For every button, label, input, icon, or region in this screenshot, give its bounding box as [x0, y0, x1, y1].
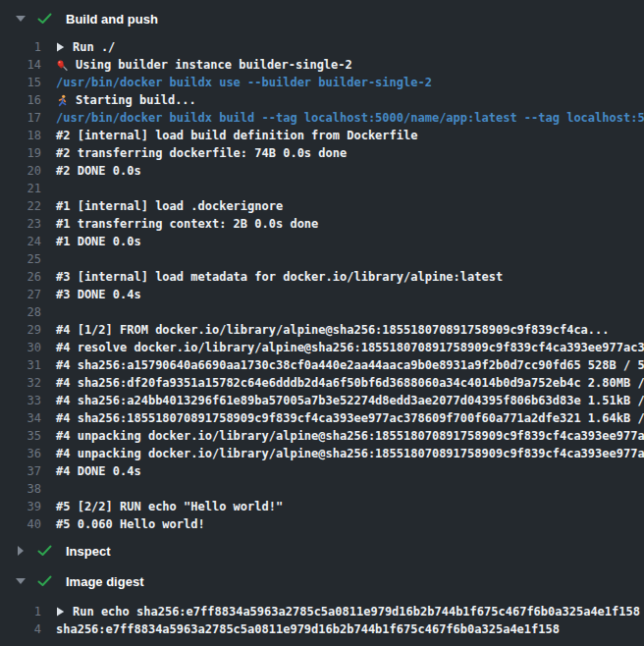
line-content: /usr/bin/docker buildx build --tag local…	[56, 109, 644, 127]
log-group-title: Inspect	[66, 544, 111, 559]
check-icon	[37, 575, 52, 587]
line-number[interactable]: 1	[0, 38, 41, 56]
line-text: #4 unpacking docker.io/library/alpine@sh…	[56, 445, 644, 462]
actions-log-viewer: Build and push 1 Run ./ 14 Using builder…	[0, 0, 644, 638]
line-content: #5 [2/2] RUN echo "Hello world!"	[56, 498, 283, 515]
line-number[interactable]: 40	[0, 515, 41, 533]
log-group-header-image-digest[interactable]: Image digest	[0, 572, 644, 590]
log-line: 4 sha256:e7ff8834a5963a2785c5a0811e979d1…	[0, 620, 644, 638]
runner-icon	[56, 94, 69, 107]
log-line: 21	[0, 180, 644, 197]
line-text: #2 transferring dockerfile: 74B 0.0s don…	[56, 144, 347, 162]
line-number[interactable]: 18	[0, 127, 41, 144]
line-number[interactable]: 39	[0, 498, 41, 515]
log-group-image-digest: Image digest 1 Run echo sha256:e7ff8834a…	[0, 572, 644, 638]
line-content: #4 DONE 0.4s	[56, 462, 141, 480]
line-content: #3 [internal] load metadata for docker.i…	[56, 268, 503, 286]
line-content: #4 unpacking docker.io/library/alpine@sh…	[56, 427, 644, 445]
line-content: #4 resolve docker.io/library/alpine@sha2…	[56, 339, 644, 356]
line-text: #4 resolve docker.io/library/alpine@sha2…	[56, 339, 644, 356]
line-content: #4 unpacking docker.io/library/alpine@sh…	[56, 445, 644, 462]
log-line: 19 #2 transferring dockerfile: 74B 0.0s …	[0, 144, 644, 162]
log-group-build-and-push: Build and push 1 Run ./ 14 Using builder…	[0, 10, 644, 533]
line-number[interactable]: 14	[0, 56, 41, 74]
line-number[interactable]: 28	[0, 303, 41, 321]
line-content: sha256:e7ff8834a5963a2785c5a0811e979d16b…	[56, 620, 560, 638]
chevron-right-icon	[18, 546, 24, 556]
line-content: #1 transferring context: 2B 0.0s done	[56, 215, 318, 233]
line-number[interactable]: 33	[0, 392, 41, 409]
log-line: 39 #5 [2/2] RUN echo "Hello world!"	[0, 498, 644, 515]
log-line: 31 #4 sha256:a15790640a6690aa1730c38cf0a…	[0, 356, 644, 374]
log-line: 22 #1 [internal] load .dockerignore	[0, 197, 644, 215]
log-line: 25	[0, 250, 644, 268]
line-text: #5 0.060 Hello world!	[56, 515, 205, 533]
log-line: 23 #1 transferring context: 2B 0.0s done	[0, 215, 644, 233]
line-number[interactable]: 4	[0, 620, 41, 638]
line-number[interactable]: 29	[0, 321, 41, 339]
line-content: Run ./	[56, 38, 115, 56]
line-number[interactable]: 35	[0, 427, 41, 445]
log-group-header-inspect[interactable]: Inspect	[0, 542, 644, 560]
log-line: 35 #4 unpacking docker.io/library/alpine…	[0, 427, 644, 445]
log-line: 37 #4 DONE 0.4s	[0, 462, 644, 480]
log-line: 40 #5 0.060 Hello world!	[0, 515, 644, 533]
log-line: 36 #4 unpacking docker.io/library/alpine…	[0, 445, 644, 462]
line-number[interactable]: 1	[0, 603, 41, 620]
line-number[interactable]: 15	[0, 74, 41, 91]
line-text: #4 sha256:df20fa9351a15782c64e6dddb2d4a6…	[56, 374, 644, 392]
log-line: 28	[0, 303, 644, 321]
chevron-down-icon	[16, 16, 26, 22]
line-content: #4 sha256:df20fa9351a15782c64e6dddb2d4a6…	[56, 374, 644, 392]
line-number[interactable]: 34	[0, 409, 41, 427]
log-line: 17 /usr/bin/docker buildx build --tag lo…	[0, 109, 644, 127]
line-number[interactable]: 22	[0, 197, 41, 215]
line-number[interactable]: 31	[0, 356, 41, 374]
check-icon	[37, 545, 52, 557]
line-number[interactable]: 26	[0, 268, 41, 286]
line-text: #4 DONE 0.4s	[56, 462, 141, 480]
log-line: 24 #1 DONE 0.0s	[0, 233, 644, 250]
log-line: 34 #4 sha256:185518070891758909c9f839cf4…	[0, 409, 644, 427]
line-text: #2 [internal] load build definition from…	[56, 127, 417, 144]
line-number[interactable]: 38	[0, 480, 41, 498]
line-content: Using builder instance builder-single-2	[56, 56, 352, 74]
line-number[interactable]: 21	[0, 180, 41, 197]
chevron-down-icon	[16, 578, 26, 584]
line-content: #5 0.060 Hello world!	[56, 515, 205, 533]
line-content: #2 transferring dockerfile: 74B 0.0s don…	[56, 144, 347, 162]
run-expand-icon[interactable]	[56, 607, 65, 617]
line-text: /usr/bin/docker buildx use --builder bui…	[56, 74, 432, 91]
log-line: 27 #3 DONE 0.4s	[0, 286, 644, 303]
line-text: Starting build...	[76, 91, 196, 109]
line-number[interactable]: 19	[0, 144, 41, 162]
line-content: #4 sha256:185518070891758909c9f839cf4ca3…	[56, 409, 644, 427]
run-expand-icon[interactable]	[56, 42, 65, 52]
line-text: #1 DONE 0.0s	[56, 233, 141, 250]
pushpin-icon	[56, 59, 69, 72]
line-text: #1 [internal] load .dockerignore	[56, 197, 283, 215]
log-line: 26 #3 [internal] load metadata for docke…	[0, 268, 644, 286]
line-number[interactable]: 17	[0, 109, 41, 127]
log-group-header-build-and-push[interactable]: Build and push	[0, 10, 644, 27]
line-content: #2 DONE 0.0s	[56, 162, 141, 180]
line-number[interactable]: 27	[0, 286, 41, 303]
line-number[interactable]: 16	[0, 91, 41, 109]
log-line: 32 #4 sha256:df20fa9351a15782c64e6dddb2d…	[0, 374, 644, 392]
line-content: #3 DONE 0.4s	[56, 286, 141, 303]
line-text: Using builder instance builder-single-2	[76, 56, 352, 74]
line-text: /usr/bin/docker buildx build --tag local…	[56, 109, 644, 127]
line-number[interactable]: 24	[0, 233, 41, 250]
line-number[interactable]: 25	[0, 250, 41, 268]
log-group-lines: 1 Run echo sha256:e7ff8834a5963a2785c5a0…	[0, 603, 644, 638]
line-text: #3 [internal] load metadata for docker.i…	[56, 268, 503, 286]
check-icon	[37, 13, 52, 25]
line-number[interactable]: 37	[0, 462, 41, 480]
log-line: 29 #4 [1/2] FROM docker.io/library/alpin…	[0, 321, 644, 339]
line-number[interactable]: 30	[0, 339, 41, 356]
line-number[interactable]: 36	[0, 445, 41, 462]
line-number[interactable]: 32	[0, 374, 41, 392]
line-number[interactable]: 20	[0, 162, 41, 180]
line-number[interactable]: 23	[0, 215, 41, 233]
line-content: #4 sha256:a15790640a6690aa1730c38cf0a440…	[56, 356, 644, 374]
